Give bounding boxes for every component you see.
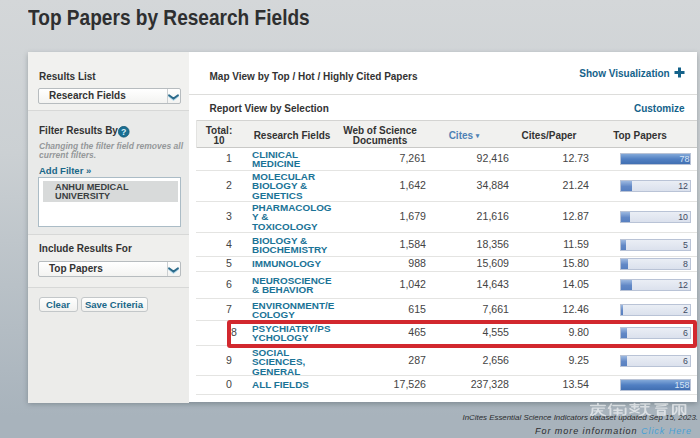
svg-text:?: ? xyxy=(121,127,126,137)
